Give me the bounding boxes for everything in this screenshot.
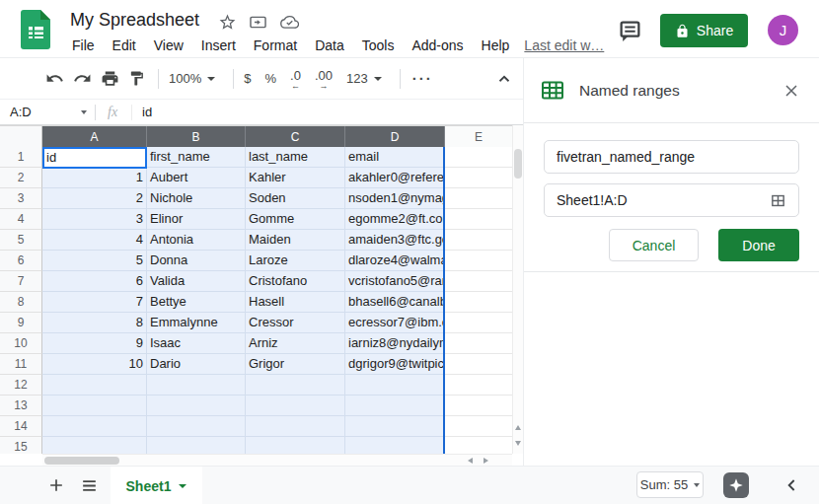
zoom-select[interactable]: 100% [169,71,215,86]
cell-D15[interactable] [345,437,445,454]
cell-D1[interactable]: email [345,147,445,168]
cell-E13[interactable] [445,396,512,416]
cell-E15[interactable] [445,437,512,454]
cell-A2[interactable]: 1 [42,168,147,188]
cell-D4[interactable]: egomme2@ft.com [345,209,445,230]
row-header-4[interactable]: 4 [0,209,42,230]
cell-B3[interactable]: Nichole [147,188,246,209]
cell-B7[interactable]: Valida [147,271,246,292]
menu-item-help[interactable]: Help [473,37,519,53]
name-box[interactable]: A:D [0,105,95,119]
cell-C11[interactable]: Grigor [246,354,345,375]
cell-B5[interactable]: Antonia [147,230,246,251]
cell-D2[interactable]: akahler0@reference.com [345,168,445,188]
range-name-input[interactable]: fivetran_named_range [544,140,799,174]
cell-B11[interactable]: Dario [147,354,246,375]
cell-A6[interactable]: 5 [42,251,147,271]
scroll-right-icon[interactable] [484,458,488,464]
cell-A10[interactable]: 9 [42,333,147,354]
cell-E9[interactable] [445,313,512,333]
cell-B10[interactable]: Isaac [147,333,246,354]
all-sheets-menu-icon[interactable] [76,472,102,498]
row-header-15[interactable]: 15 [0,437,42,454]
cell-E7[interactable] [445,271,512,292]
cell-B1[interactable]: first_name [147,147,246,168]
cell-A7[interactable]: 6 [42,271,147,292]
cell-E10[interactable] [445,333,512,354]
menu-item-edit[interactable]: Edit [104,37,145,53]
more-toolbar-button[interactable]: ··· [412,70,433,87]
cell-E3[interactable] [445,188,512,209]
cell-E12[interactable] [445,375,512,396]
chevron-left-icon[interactable] [782,475,802,495]
cell-E5[interactable] [445,230,512,251]
star-icon[interactable] [218,13,237,32]
move-folder-icon[interactable] [249,13,267,32]
cell-D11[interactable]: dgrigor9@twitpic.com [345,354,445,375]
cell-C2[interactable]: Kahler [246,168,345,188]
undo-icon[interactable] [45,69,64,88]
cell-A4[interactable]: 3 [42,209,147,230]
cell-C13[interactable] [246,396,345,416]
cell-A11[interactable]: 10 [42,354,147,375]
row-header-2[interactable]: 2 [0,168,42,188]
hide-menus-icon[interactable] [495,70,513,88]
column-header-d[interactable]: D [345,126,445,148]
cell-B13[interactable] [147,396,246,416]
explore-button[interactable] [723,472,749,498]
last-edit-link[interactable]: Last edit w… [524,37,604,53]
row-header-13[interactable]: 13 [0,396,42,416]
format-currency-button[interactable]: $ [244,71,251,86]
cell-D3[interactable]: nsoden1@nymag.com [345,188,445,209]
sheets-logo-icon[interactable] [21,10,50,49]
row-header-1[interactable]: 1 [0,147,42,168]
sum-indicator[interactable]: Sum: 55 [636,471,704,498]
cell-A3[interactable]: 2 [42,188,147,209]
menu-item-insert[interactable]: Insert [192,37,245,53]
cell-C14[interactable] [246,416,345,437]
scroll-left-icon[interactable] [468,458,473,464]
cell-D5[interactable]: amaiden3@ftc.gov [345,230,445,251]
row-header-12[interactable]: 12 [0,375,42,396]
done-button[interactable]: Done [718,229,799,261]
formula-input[interactable]: id [142,105,152,119]
decrease-decimal-button[interactable]: .0 ← [290,68,301,89]
cell-C5[interactable]: Maiden [246,230,345,251]
cell-C9[interactable]: Cressor [246,313,345,333]
select-all-corner[interactable] [0,126,42,148]
cloud-status-icon[interactable] [280,13,299,32]
row-header-10[interactable]: 10 [0,333,42,354]
cell-A12[interactable] [42,375,147,396]
avatar[interactable]: J [768,15,798,45]
cell-B9[interactable]: Emmalynne [147,313,246,333]
menu-item-add-ons[interactable]: Add-ons [403,37,472,53]
cell-A9[interactable]: 8 [42,313,147,333]
cell-B6[interactable]: Donna [147,251,246,271]
document-title[interactable]: My Spreadsheet [70,10,199,31]
cell-A15[interactable] [42,437,147,454]
add-sheet-icon[interactable] [43,472,69,498]
close-icon[interactable] [782,81,801,101]
cell-E14[interactable] [445,416,512,437]
row-header-11[interactable]: 11 [0,354,42,375]
cell-B12[interactable] [147,375,246,396]
sheet-tab-sheet1[interactable]: Sheet1 [111,467,202,504]
cell-E4[interactable] [445,209,512,230]
cell-D8[interactable]: bhasell6@canalblog.com [345,292,445,313]
range-reference-input[interactable]: Sheet1!A:D [544,183,799,217]
vertical-scrollbar[interactable] [512,125,523,454]
redo-icon[interactable] [73,69,92,88]
scroll-down-icon[interactable] [515,441,521,446]
paint-format-icon[interactable] [128,70,145,87]
menu-item-file[interactable]: File [63,37,104,53]
column-header-a[interactable]: A [42,126,147,148]
cell-D9[interactable]: ecressor7@ibm.com [345,313,445,333]
row-header-9[interactable]: 9 [0,313,42,333]
column-header-e[interactable]: E [445,126,513,148]
cell-A13[interactable] [42,396,147,416]
cell-C10[interactable]: Arniz [246,333,345,354]
row-header-7[interactable]: 7 [0,271,42,292]
cell-A8[interactable]: 7 [42,292,147,313]
cell-D6[interactable]: dlaroze4@walmart.com [345,251,445,271]
active-cell-a1[interactable]: id [42,147,147,169]
